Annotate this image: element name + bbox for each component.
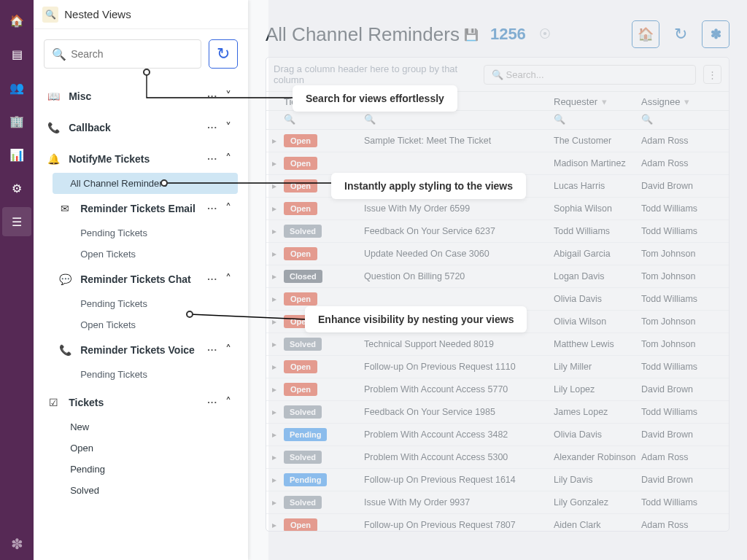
home-icon[interactable]: 🏠 — [2, 6, 31, 35]
col-assignee[interactable]: Assignee — [641, 96, 680, 107]
search-views-input-wrapper[interactable]: 🔍 — [44, 39, 201, 69]
nav-rail: 🏠 ▤ 👥 🏢 📊 ⚙ ☰ ✽ — [0, 0, 34, 560]
category-icon: 📖 — [47, 90, 60, 102]
expand-icon[interactable]: ▸ — [272, 316, 284, 327]
expand-icon[interactable]: ▸ — [272, 520, 284, 530]
cell-requester: Lily Miller — [554, 362, 641, 372]
table-row[interactable]: ▸ Solved Technical Support Needed 8019 M… — [266, 333, 729, 356]
expand-icon[interactable]: ▸ — [272, 384, 284, 394]
table-row[interactable]: ▸ Closed Question On Billing 5720 Logan … — [266, 265, 729, 288]
expand-icon[interactable]: ▸ — [272, 158, 284, 168]
save-icon[interactable]: 💾 — [464, 28, 479, 42]
callout-style: Instantly apply styling to the views — [331, 173, 526, 199]
more-icon[interactable]: ··· — [203, 153, 222, 164]
status-badge: Open — [284, 360, 317, 373]
chevron-down-icon[interactable]: ˅ — [222, 89, 235, 103]
chevron-up-icon[interactable]: ˄ — [222, 343, 235, 357]
more-icon[interactable]: ··· — [203, 203, 222, 214]
category-header[interactable]: 📞 Callback ··· ˅ — [44, 113, 238, 141]
table-row[interactable]: ▸ Open Issue With My Order 6599 Sophia W… — [266, 198, 729, 220]
filter-icon[interactable]: ▾ — [602, 96, 607, 107]
expand-icon[interactable]: ▸ — [272, 294, 284, 304]
view-item[interactable]: New — [53, 416, 238, 438]
cell-subject: Follow-up On Previous Request 1614 — [364, 475, 554, 485]
expand-icon[interactable]: ▸ — [272, 362, 284, 372]
expand-icon[interactable]: ▸ — [272, 429, 284, 440]
filter-icon[interactable]: ▾ — [684, 96, 689, 107]
expand-icon[interactable]: ▸ — [272, 475, 284, 485]
table-row[interactable]: ▸ Solved Issue With My Order 9937 Lily G… — [266, 491, 729, 514]
more-icon[interactable]: ··· — [203, 90, 222, 101]
view-item[interactable]: Pending Tickets — [73, 364, 238, 385]
expand-icon[interactable]: ▸ — [272, 407, 284, 417]
table-search[interactable]: 🔍 Search... — [484, 65, 696, 85]
view-item[interactable]: All Channel Reminders — [53, 173, 238, 194]
cell-subject: Issue With My Order 9937 — [364, 497, 554, 508]
table-row[interactable]: ▸ Open Problem With Account Access 5770 … — [266, 378, 729, 401]
table-row[interactable]: ▸ Pending Follow-up On Previous Request … — [266, 469, 729, 491]
chevron-up-icon[interactable]: ˄ — [222, 395, 235, 409]
search-views-input[interactable] — [71, 48, 193, 60]
subcategory-header[interactable]: ✉ Reminder Tickets Email ···˄ — [53, 194, 238, 222]
chevron-up-icon[interactable]: ˄ — [222, 152, 235, 166]
view-item[interactable]: Pending Tickets — [73, 293, 238, 314]
refresh-button[interactable]: ↻ — [668, 22, 693, 47]
reports-icon[interactable]: 📊 — [2, 140, 31, 169]
view-item[interactable]: Open — [53, 438, 238, 459]
table-row[interactable]: ▸ Open Follow-up On Previous Request 780… — [266, 514, 729, 531]
expand-icon[interactable]: ▸ — [272, 497, 284, 508]
col-requester[interactable]: Requester — [554, 96, 597, 107]
cell-requester: Olivia Davis — [554, 429, 641, 440]
category-header[interactable]: 📖 Misc ··· ˅ — [44, 82, 238, 110]
category-header[interactable]: ☑ Tickets ··· ˄ — [44, 388, 238, 416]
tickets-panel: Drag a column header here to group by th… — [266, 57, 729, 532]
more-icon[interactable]: ··· — [203, 273, 222, 284]
callout-nest: Enhance visibility by nesting your views — [305, 306, 527, 332]
table-row[interactable]: ▸ Pending Problem With Account Access 34… — [266, 424, 729, 446]
expand-icon[interactable]: ▸ — [272, 226, 284, 236]
table-row[interactable]: ▸ Solved Feedback On Your Service 6237 T… — [266, 220, 729, 243]
table-row[interactable]: ▸ Solved Problem With Account Access 530… — [266, 446, 729, 469]
more-icon[interactable]: ··· — [203, 344, 222, 355]
more-icon[interactable]: ··· — [203, 397, 222, 408]
table-row[interactable]: ▸ Open Sample Ticket: Meet The Ticket Th… — [266, 130, 729, 152]
table-row[interactable]: ▸ Open Follow-up On Previous Request 111… — [266, 356, 729, 378]
subcategory-header[interactable]: 📞 Reminder Tickets Voice ···˄ — [53, 335, 238, 364]
view-item[interactable]: Open Tickets — [73, 244, 238, 265]
expand-icon[interactable]: ▸ — [272, 271, 284, 281]
view-item[interactable]: Open Tickets — [73, 314, 238, 335]
view-item[interactable]: Solved — [53, 480, 238, 501]
table-row[interactable]: ▸ Solved Feedback On Your Service 1985 J… — [266, 401, 729, 424]
chevron-up-icon[interactable]: ˄ — [222, 201, 235, 215]
chevron-up-icon[interactable]: ˄ — [222, 272, 235, 286]
view-item[interactable]: Pending — [53, 459, 238, 480]
expand-icon[interactable]: ▸ — [272, 203, 284, 214]
expand-icon[interactable]: ▸ — [272, 339, 284, 349]
home-button[interactable]: 🏠 — [632, 20, 659, 48]
callout-search: Search for views effortlessly — [293, 85, 457, 112]
cell-assignee: Adam Ross — [641, 136, 721, 146]
users-icon[interactable]: 👥 — [2, 73, 31, 102]
views-icon[interactable]: ☰ — [2, 207, 31, 236]
cell-requester: Todd Williams — [554, 226, 641, 236]
zendesk-button[interactable]: ✽ — [702, 20, 729, 48]
category-header[interactable]: 🔔 NotifyMe Tickets ··· ˄ — [44, 144, 238, 173]
settings-icon[interactable]: ⚙ — [2, 174, 31, 203]
list-icon[interactable]: ▤ — [2, 39, 31, 69]
refresh-views-button[interactable]: ↻ — [209, 39, 238, 69]
org-icon[interactable]: 🏢 — [2, 106, 31, 136]
more-icon[interactable]: ··· — [203, 122, 222, 133]
expand-icon[interactable]: ▸ — [272, 452, 284, 462]
anchor-dot — [186, 311, 193, 318]
category-icon: 📞 — [47, 122, 60, 133]
table-row[interactable]: ▸ Open Update Needed On Case 3060 Abigai… — [266, 243, 729, 265]
chevron-down-icon[interactable]: ˅ — [222, 120, 235, 134]
expand-icon[interactable]: ▸ — [272, 249, 284, 259]
subcategory-header[interactable]: 💬 Reminder Tickets Chat ···˄ — [53, 265, 238, 293]
column-menu-button[interactable]: ⋮ — [703, 65, 721, 84]
expand-icon[interactable]: ▸ — [272, 181, 284, 191]
view-item[interactable]: Pending Tickets — [73, 222, 238, 244]
table-row[interactable]: ▸ Open Madison Martinez Adam Ross — [266, 152, 729, 175]
subcategory-label: Reminder Tickets Chat — [80, 273, 203, 285]
expand-icon[interactable]: ▸ — [272, 136, 284, 146]
